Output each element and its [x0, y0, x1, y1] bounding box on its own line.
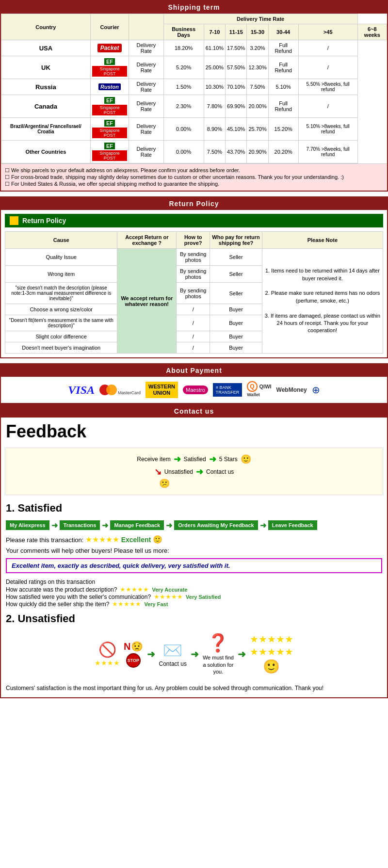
russia-6-8: 5.50% >8weeks, full refund [298, 79, 357, 95]
canada-7-10: 2.30% [163, 95, 204, 118]
cause-color: Slight color difference [5, 331, 117, 342]
rating3-value: Very Fast [144, 601, 168, 607]
canada-45: Full Refund [268, 95, 298, 118]
russia-30-44: 7.50% [247, 79, 268, 95]
pay-size: Seller [210, 283, 262, 304]
country-russia: Russia [1, 79, 91, 95]
no-sign-icon: 🚫 [98, 641, 116, 658]
usa-15-30: 17.50% [226, 40, 247, 56]
usa-45: Full Refund [268, 40, 298, 56]
other-15-30: 43.70% [226, 141, 247, 163]
unsatisfied-arrow-3: ➜ [238, 648, 246, 660]
courier-other: EF Singapore POST [90, 141, 129, 163]
rate-text: Please rate this transaction: [6, 536, 83, 544]
example-box: Excellent item, exactly as described, qu… [6, 558, 382, 573]
step-manage-feedback: Manage Feedback [110, 520, 164, 530]
table-row: Canada EF Singapore POST Delivery Rate 2… [1, 95, 387, 118]
comments-text: Your comments will help other buyers! Pl… [6, 547, 169, 554]
country-usa: USA [1, 40, 91, 56]
sad-emoji: 😕 [159, 479, 170, 488]
step-leave-feedback: Leave Feedback [268, 520, 317, 530]
courier-header: Courier [90, 14, 129, 40]
accept-cell: We accept return for whatever reason! [117, 249, 177, 354]
canada-6-8: / [298, 95, 357, 118]
courier-brazil: EF Singapore POST [90, 118, 129, 141]
satisfied-title: 1. Satisfied [1, 499, 387, 517]
detailed-ratings: Detailed ratings on this transaction How… [1, 576, 387, 610]
pay-quality: Seller [210, 249, 262, 266]
uk-6-8: / [298, 56, 357, 79]
russia-11-15: 10.30% [204, 79, 225, 95]
usa-7-10: 18.20% [163, 40, 204, 56]
russia-7-10: 1.50% [163, 79, 204, 95]
russia-15-30: 70.10% [226, 79, 247, 95]
contact-label: Contact us [159, 660, 187, 667]
cause-doesnt-fit: "Doesn't fit(item's measurement is the s… [5, 315, 117, 331]
question-group: ❓ We must finda solution foryou. [203, 633, 234, 675]
return-section: Return Policy Return Policy Cause Accept… [0, 196, 388, 358]
brazil-6-8: 5.10% >8weeks, full refund [298, 118, 357, 141]
rating3-label: How quickly did the seller ship the item… [6, 601, 109, 608]
contact-us-label: Contact us [206, 468, 234, 475]
cause-wrong: Wrong item [5, 266, 117, 283]
prove-imagination: / [177, 342, 210, 354]
return-inner-title: Return Policy [22, 217, 66, 225]
t45-header: >45 [298, 24, 357, 40]
brazil-7-10: 0.00% [163, 118, 204, 141]
unsatisfied-label: Unsatisfied [164, 468, 193, 475]
t11-15-header: 11-15 [226, 24, 247, 40]
t6-8-header: 6~8 weeks [357, 24, 387, 40]
russia-45: 5.10% [268, 79, 298, 95]
return-inner-header: Return Policy [5, 214, 383, 227]
shipping-table: Country Courier Delivery Time Rate Busin… [1, 14, 387, 163]
arrow-right-3: ➜ [196, 466, 203, 477]
rating-line-2: How satisfied were you with the seller's… [6, 593, 382, 600]
smiley-excellent: 🙂 [153, 535, 162, 544]
n-icon: N😟 [124, 641, 143, 652]
payment-title: About Payment [1, 364, 387, 377]
shipping-section: Shipping term Country Courier Delivery T… [0, 0, 388, 192]
delivery-rate-other: Delivery Rate [129, 141, 163, 163]
bottom-stars-1: ★★★★ [95, 659, 120, 667]
prove-doesnt-fit: / [177, 315, 210, 331]
cause-imagination: Doesn't meet buyer's imagination [5, 342, 117, 354]
brazil-45: 15.20% [268, 118, 298, 141]
result-smiley: 🙂 [263, 659, 280, 675]
step-orders-awaiting: Orders Awaiting My Feedback [174, 520, 258, 530]
webmoney-logo: WebMoney [276, 386, 307, 393]
courier-uk: EF Singapore POST [90, 56, 129, 79]
result-stars-2: ★★★★★ [250, 646, 293, 658]
uk-15-30: 57.50% [226, 56, 247, 79]
usa-30-44: 3.20% [247, 40, 268, 56]
visa-logo: VISA [68, 384, 95, 397]
prove-quality: By sending photos [177, 249, 210, 266]
courier-russia: Ruston [90, 79, 129, 95]
unsatisfied-arrow-1: ➜ [147, 648, 155, 660]
five-stars-label: 5 Stars [219, 456, 238, 463]
contact-section: Contact us Feedback Receive item ➜ Satis… [0, 404, 388, 698]
shipping-note-2: ☐ For cross-broad trade, shipping may sl… [5, 174, 383, 180]
brazil-15-30: 45.10% [226, 118, 247, 141]
shipping-title: Shipping term [1, 1, 387, 14]
prove-size: By sending photos [177, 283, 210, 304]
step-arrow-4: ➜ [260, 521, 266, 530]
email-group: ✉️ Contact us [159, 641, 187, 667]
cause-header: Cause [5, 232, 117, 249]
feedback-title: Feedback [1, 418, 387, 444]
packet-logo: Packet [97, 44, 122, 52]
step-my-aliexpress: My Aliexpress [6, 520, 49, 530]
excellent-label: Excellent [121, 536, 153, 544]
t30-44-header: 30-44 [268, 24, 298, 40]
western-union-logo: WESTERNUNION [146, 382, 178, 398]
table-row: Quality Issue We accept return for whate… [5, 249, 383, 266]
cause-quality: Quality Issue [5, 249, 117, 266]
usa-6-8: / [298, 40, 357, 56]
rating-line-3: How quickly did the seller ship the item… [6, 600, 382, 608]
contact-title: Contact us [1, 405, 387, 418]
qiwi-logo: Q QIWIWallet [247, 382, 271, 398]
courier-canada: EF Singapore POST [90, 95, 129, 118]
canada-30-44: 20.00% [247, 95, 268, 118]
prove-wrong: By sending photos [177, 266, 210, 283]
return-title: Return Policy [1, 197, 387, 210]
rating1-value: Very Accurate [152, 587, 187, 593]
